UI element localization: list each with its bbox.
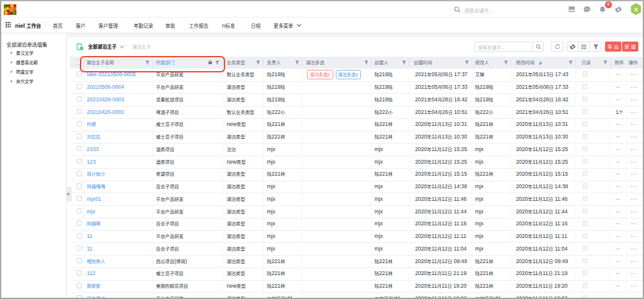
svg-text:琳: 琳 (634, 7, 638, 13)
